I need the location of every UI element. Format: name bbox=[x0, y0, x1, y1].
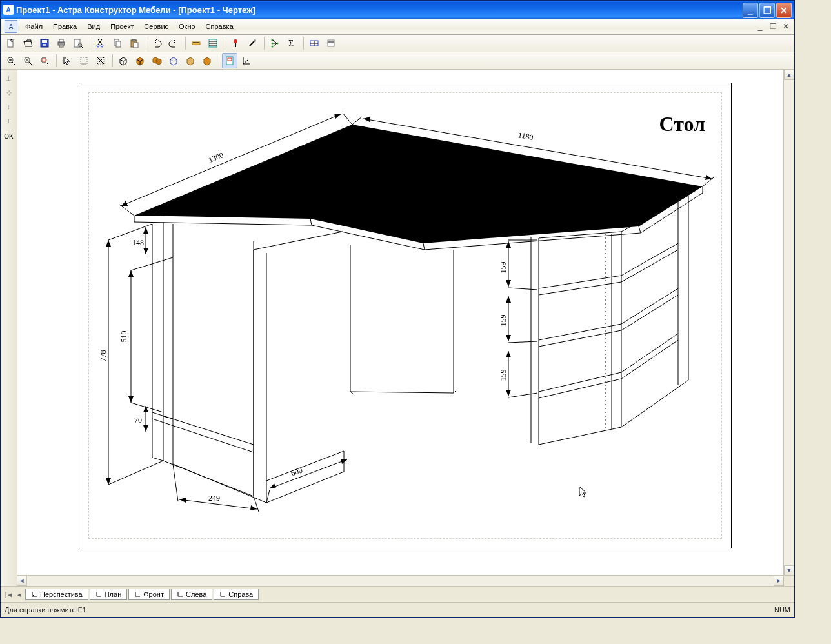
deselect-button[interactable] bbox=[93, 53, 108, 68]
zoom-fit-button[interactable] bbox=[37, 53, 52, 68]
tab-left[interactable]: Слева bbox=[171, 589, 212, 600]
separator bbox=[90, 37, 90, 50]
snap3-icon[interactable]: ↕ bbox=[3, 101, 15, 112]
view-tabs: |◄ ◄ Перспектива План Фронт Слева Справа bbox=[1, 586, 794, 602]
redo-button[interactable] bbox=[166, 35, 181, 51]
box-orange-button[interactable] bbox=[199, 53, 215, 68]
new-button[interactable] bbox=[3, 35, 19, 51]
preview-button[interactable] bbox=[70, 35, 86, 51]
zoom-out-button[interactable] bbox=[20, 53, 35, 68]
drawing-svg bbox=[79, 83, 731, 548]
box-solid-button[interactable] bbox=[132, 53, 148, 68]
page-mode-button[interactable] bbox=[222, 53, 237, 68]
box-wire-button[interactable] bbox=[115, 53, 131, 68]
menubar: A Файл Правка Вид Проект Сервис Окно Спр… bbox=[1, 19, 794, 35]
zoom-in-button[interactable] bbox=[3, 53, 19, 68]
menu-edit[interactable]: Правка bbox=[48, 21, 82, 32]
box-edges-button[interactable] bbox=[183, 53, 198, 68]
tab-perspective[interactable]: Перспектива bbox=[25, 589, 88, 600]
menu-help[interactable]: Справка bbox=[201, 21, 239, 32]
pin-button[interactable] bbox=[228, 35, 243, 51]
svg-marker-121 bbox=[179, 498, 186, 503]
tab-label: Фронт bbox=[143, 590, 164, 598]
svg-line-83 bbox=[621, 250, 678, 282]
status-help-text: Для справки нажмите F1 bbox=[5, 606, 86, 614]
snap2-icon[interactable]: ⊹ bbox=[3, 86, 15, 98]
tab-right[interactable]: Справа bbox=[214, 589, 259, 600]
mdi-close-button[interactable]: ✕ bbox=[781, 22, 790, 31]
sum-button[interactable]: Σ bbox=[284, 35, 299, 51]
menu-view[interactable]: Вид bbox=[82, 21, 105, 32]
select-button[interactable] bbox=[59, 53, 75, 68]
svg-line-47 bbox=[12, 62, 15, 65]
dim-159b: 159 bbox=[499, 315, 508, 327]
menu-file[interactable]: Файл bbox=[20, 21, 48, 32]
snap4-icon[interactable]: ⊤ bbox=[3, 115, 15, 126]
scroll-track[interactable] bbox=[27, 576, 774, 586]
menu-window[interactable]: Окно bbox=[174, 21, 201, 32]
snap1-icon[interactable]: ⊥ bbox=[3, 72, 15, 84]
svg-line-86 bbox=[539, 330, 621, 347]
vertical-scrollbar[interactable]: ▲ ▼ bbox=[783, 70, 794, 576]
svg-marker-111 bbox=[143, 248, 148, 254]
svg-line-80 bbox=[539, 276, 621, 288]
sheet-button[interactable] bbox=[306, 35, 322, 51]
svg-marker-64 bbox=[156, 59, 161, 65]
box-hidden-button[interactable] bbox=[166, 53, 181, 68]
svg-line-128 bbox=[266, 490, 270, 503]
svg-marker-140 bbox=[506, 335, 511, 341]
svg-rect-15 bbox=[116, 41, 121, 47]
sheet2-button[interactable] bbox=[323, 35, 339, 51]
mdi-restore-button[interactable]: ❐ bbox=[768, 22, 777, 31]
print-button[interactable] bbox=[54, 35, 69, 51]
horizontal-scrollbar[interactable]: ◄ ► bbox=[17, 575, 784, 586]
svg-rect-55 bbox=[43, 59, 45, 61]
svg-point-12 bbox=[97, 45, 99, 47]
svg-line-77 bbox=[163, 416, 173, 419]
svg-line-74 bbox=[310, 219, 312, 225]
svg-marker-143 bbox=[506, 351, 511, 357]
tabs-first-button[interactable]: |◄ bbox=[5, 589, 14, 600]
svg-line-123 bbox=[173, 464, 178, 501]
copy-button[interactable] bbox=[110, 35, 125, 51]
svg-text:Σ: Σ bbox=[288, 39, 294, 48]
scroll-down-button[interactable]: ▼ bbox=[784, 565, 794, 576]
svg-marker-101 bbox=[705, 175, 712, 180]
cut-button[interactable] bbox=[93, 35, 108, 51]
tab-front[interactable]: Фронт bbox=[128, 589, 170, 600]
close-button[interactable]: ✕ bbox=[776, 3, 792, 18]
axis-button[interactable] bbox=[239, 53, 254, 68]
select-window-button[interactable] bbox=[76, 53, 92, 68]
svg-line-81 bbox=[621, 243, 678, 276]
paste-button[interactable] bbox=[126, 35, 142, 51]
title-text: Проект1 - Астра Конструктор Мебели - [Пр… bbox=[16, 5, 255, 15]
ok-button[interactable]: OK bbox=[4, 133, 13, 140]
svg-marker-105 bbox=[106, 240, 111, 247]
tree-button[interactable] bbox=[267, 35, 283, 51]
ruler-button[interactable] bbox=[188, 35, 204, 51]
toolbar-view bbox=[1, 52, 794, 70]
minimize-button[interactable]: _ bbox=[743, 3, 758, 18]
scroll-left-button[interactable]: ◄ bbox=[17, 576, 27, 586]
menu-project[interactable]: Проект bbox=[105, 21, 139, 32]
save-button[interactable] bbox=[37, 35, 52, 51]
scroll-up-button[interactable]: ▲ bbox=[784, 70, 794, 80]
tab-label: План bbox=[105, 590, 122, 598]
svg-point-32 bbox=[254, 39, 256, 42]
box-multi-button[interactable] bbox=[149, 53, 165, 68]
canvas[interactable]: Стол 1300 1180 148 778 510 70 249 600 14… bbox=[17, 70, 794, 586]
svg-line-79 bbox=[454, 390, 457, 393]
undo-button[interactable] bbox=[149, 35, 165, 51]
tab-plan[interactable]: План bbox=[90, 589, 128, 600]
mdi-minimize-button[interactable]: _ bbox=[756, 22, 765, 31]
tabs-prev-button[interactable]: ◄ bbox=[15, 589, 24, 600]
panel-button[interactable] bbox=[205, 35, 221, 51]
scroll-track[interactable] bbox=[784, 80, 794, 565]
scroll-right-button[interactable]: ► bbox=[774, 576, 784, 586]
svg-line-72 bbox=[243, 60, 248, 64]
maximize-button[interactable]: ❐ bbox=[759, 3, 775, 18]
svg-rect-57 bbox=[81, 57, 87, 64]
open-button[interactable] bbox=[20, 35, 35, 51]
tool-button[interactable] bbox=[245, 35, 260, 51]
menu-service[interactable]: Сервис bbox=[139, 21, 174, 32]
